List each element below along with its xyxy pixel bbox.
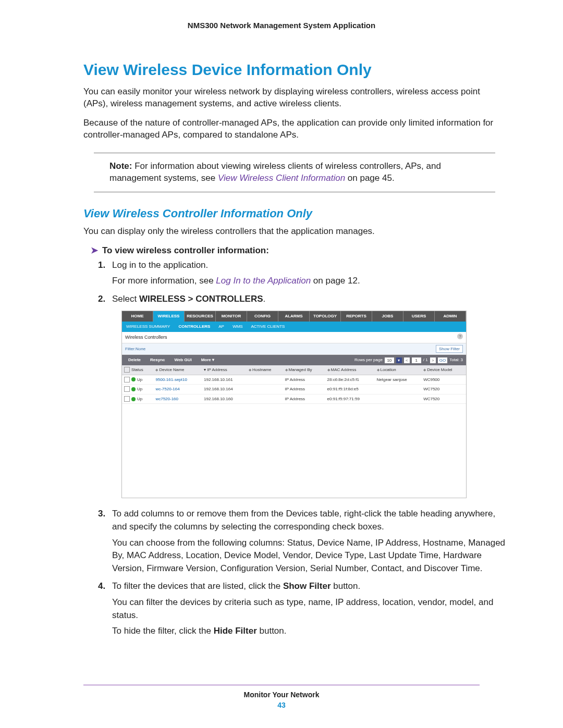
arrow-icon: ➤ [91, 245, 98, 255]
step-4-criteria: You can filter the devices by criteria s… [112, 596, 506, 622]
step-2: 2. Select WIRELESS > CONTROLLERS. HOME W… [83, 293, 506, 498]
table-row[interactable]: Up wc-7520-164 192.168.10.164 IP Address… [122, 385, 466, 394]
step-4-hidefilter: Hide Filter [214, 626, 257, 636]
col-ip[interactable]: ▾ IP Address [202, 365, 247, 375]
heading-sub: View Wireless Controller Information Onl… [83, 207, 506, 220]
note-label: Note: [109, 161, 132, 171]
nav-monitor[interactable]: MONITOR [216, 311, 247, 322]
subnav-ap[interactable]: AP [218, 324, 224, 329]
nav-alarms[interactable]: ALARMS [278, 311, 310, 322]
nav-users[interactable]: USERS [403, 311, 435, 322]
panel-title: Wireless Controllers [125, 335, 167, 340]
go-button[interactable]: GO [438, 357, 447, 363]
col-model[interactable]: ◆Device Model [421, 365, 466, 375]
sub-intro: You can display only the wireless contro… [83, 226, 506, 238]
step-2-path: WIRELESS > CONTROLLERS [139, 294, 263, 304]
step-1-more-b: on page 12. [311, 276, 360, 286]
total-count: Total: 3 [449, 357, 463, 363]
prev-page-button[interactable]: < [404, 357, 410, 363]
table-row[interactable]: Up 9500-161-sept10 192.168.10.161 IP Add… [122, 375, 466, 385]
page-input[interactable]: 1 [412, 357, 421, 363]
procedure-heading: ➤To view wireless controller information… [91, 245, 506, 256]
filter-status: Filter:None [125, 346, 145, 352]
step-4-showfilter: Show Filter [283, 581, 331, 591]
status-up-icon [131, 397, 136, 401]
intro-p2: Because of the nature of controller-mana… [83, 117, 506, 141]
col-name[interactable]: ◆Device Name [153, 365, 202, 375]
rows-per-page-label: Rows per page [354, 357, 383, 363]
webgui-button[interactable]: Web GUI [171, 356, 194, 364]
note-link[interactable]: View Wireless Client Information [218, 173, 345, 183]
nav-topology[interactable]: TOPOLOGY [310, 311, 341, 322]
nav-wireless[interactable]: WIRELESS [153, 311, 185, 322]
delete-button[interactable]: Delete [125, 356, 144, 364]
subnav-controllers[interactable]: CONTROLLERS [179, 324, 211, 329]
note-text-2: on page 45. [345, 173, 395, 183]
controllers-table: Status ◆Device Name ▾ IP Address ◆Hostna… [122, 365, 466, 404]
device-link[interactable]: 9500-161-sept10 [153, 375, 202, 385]
col-mac[interactable]: ◆MAC Address [325, 365, 375, 375]
next-page-button[interactable]: > [430, 357, 436, 363]
footer-page: 43 [0, 701, 563, 709]
help-icon[interactable]: ? [457, 334, 463, 339]
step-1-link[interactable]: Log In to the Application [216, 276, 311, 286]
more-button[interactable]: More ▾ [198, 356, 217, 364]
status-up-icon [131, 377, 136, 381]
intro-p1: You can easily monitor your wireless net… [83, 86, 506, 110]
device-link[interactable]: wc7520-160 [153, 394, 202, 404]
subnav-clients[interactable]: ACTIVE CLIENTS [251, 324, 285, 329]
doc-header: NMS300 Network Management System Applica… [0, 21, 563, 30]
col-managed[interactable]: ◆Managed By [283, 365, 325, 375]
row-checkbox[interactable] [124, 386, 130, 392]
step-4-hide-a: To hide the filter, click the [112, 626, 214, 636]
step-4-a: To filter the devices that are listed, c… [112, 581, 283, 591]
step-1-text: Log in to the application. [112, 260, 208, 270]
row-checkbox[interactable] [124, 396, 130, 402]
table-row[interactable]: Up wc7520-160 192.168.10.160 IP Address … [122, 394, 466, 404]
col-loc[interactable]: ◆Location [375, 365, 422, 375]
sub-nav: WIRELESS SUMMARY CONTROLLERS AP WMS ACTI… [122, 322, 466, 332]
col-status[interactable]: Status [122, 365, 153, 375]
rows-per-page-dropdown[interactable]: ▾ [396, 357, 402, 363]
nav-config[interactable]: CONFIG [247, 311, 278, 322]
app-screenshot: HOME WIRELESS RESOURCES MONITOR CONFIG A… [121, 311, 467, 498]
heading-main: View Wireless Device Information Only [83, 61, 506, 79]
step-2-a: Select [112, 294, 139, 304]
resync-button[interactable]: Resync [147, 356, 168, 364]
nav-resources[interactable]: RESOURCES [185, 311, 216, 322]
subnav-summary[interactable]: WIRELESS SUMMARY [126, 324, 170, 329]
top-nav: HOME WIRELESS RESOURCES MONITOR CONFIG A… [122, 311, 466, 322]
rows-per-page-value[interactable]: 10 [385, 357, 394, 363]
status-up-icon [131, 387, 136, 391]
step-4-c: button. [331, 581, 361, 591]
step-1: 1. Log in to the application. For more i… [83, 259, 506, 288]
col-host[interactable]: ◆Hostname [247, 365, 283, 375]
nav-admin[interactable]: ADMIN [435, 311, 466, 322]
step-1-more-a: For more information, see [112, 276, 216, 286]
note-block: Note: For information about viewing wire… [94, 153, 495, 192]
nav-reports[interactable]: REPORTS [341, 311, 372, 322]
step-3-cols: You can choose from the following column… [112, 537, 506, 575]
page-of: / 1 [423, 357, 428, 363]
step-3: 3. To add columns to or remove them from… [83, 508, 506, 575]
step-3-text: To add columns to or remove them from th… [112, 509, 495, 532]
device-link[interactable]: wc-7520-164 [153, 385, 202, 394]
subnav-wms[interactable]: WMS [232, 324, 243, 329]
nav-jobs[interactable]: JOBS [372, 311, 403, 322]
page-footer: Monitor Your Network 43 [0, 685, 563, 709]
step-4: 4. To filter the devices that are listed… [83, 580, 506, 638]
row-checkbox[interactable] [124, 377, 130, 382]
footer-title: Monitor Your Network [0, 690, 563, 699]
step-4-hide-c: button. [257, 626, 287, 636]
nav-home[interactable]: HOME [122, 311, 153, 322]
step-2-c: . [263, 294, 266, 304]
show-filter-button[interactable]: Show Filter [436, 345, 463, 353]
procedure-title: To view wireless controller information: [102, 245, 269, 255]
